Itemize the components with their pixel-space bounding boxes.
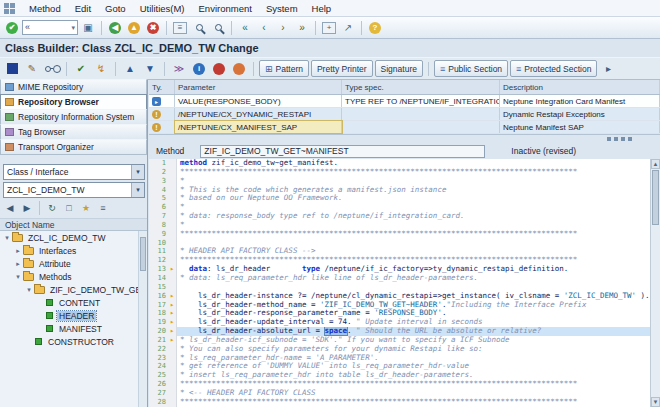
find-icon[interactable] [190,19,208,37]
expander-icon[interactable]: ▸ [14,260,22,268]
code-line[interactable]: 27* <-- HEADER API FACTORY CLASS [149,389,660,398]
button-pretty-printer[interactable]: Pretty Printer [311,60,373,77]
dropdown-arrow-icon[interactable]: ▾ [131,165,144,179]
command-field[interactable]: «▾ [22,20,78,35]
full-screen-icon[interactable]: □ [61,201,77,216]
scroll-up-icon[interactable]: ▲ [651,159,660,169]
navigate-down-icon[interactable]: ▼ [141,60,159,78]
tree-scrollbar[interactable] [138,231,147,407]
code-line[interactable]: 9***************************************… [149,230,660,239]
button-protected-section[interactable]: ≡Protected Section [510,60,597,77]
code-line[interactable]: 17▸ ls_dr_header-method_name = 'ZIF_IC_D… [149,301,660,310]
code-line[interactable]: 28**************************************… [149,398,660,407]
code-line[interactable]: 8* [149,221,660,230]
code-line[interactable]: 5* based on our Neptune OO Framework. [149,194,660,203]
editor-scrollbar-thumb[interactable] [652,170,659,225]
cancel-icon[interactable]: ✖ [144,19,162,37]
code-editor[interactable]: 1method zif_ic_demo_tw~get_manifest.2***… [149,159,660,407]
scroll-down-icon[interactable]: ▼ [651,397,660,407]
splitter-handle[interactable] [607,137,632,141]
menu-help[interactable]: Help [305,2,339,15]
navigate-forward-icon[interactable]: ▶ [19,201,35,216]
tree-item-manifest[interactable]: MANIFEST [0,322,138,335]
code-line[interactable]: 23* ls_req_parameter_hdr-name = 'A_PARAM… [149,354,660,363]
tree-item-header[interactable]: HEADER [0,309,138,322]
nav-repository-browser[interactable]: Repository Browser [0,94,147,110]
display-icon[interactable] [43,60,61,78]
syntax-check-icon[interactable]: ✔ [72,60,90,78]
param-row[interactable]: !/NEPTUNE/CX_MANIFEST_SAPNeptune Manifes… [149,121,660,134]
column-header-type-spec[interactable]: Type spec. [342,80,500,94]
code-line[interactable]: 20▸ ls_dr_header-absolute_url = space. "… [149,327,660,336]
code-line[interactable]: 15 [149,283,660,292]
last-page-icon[interactable]: » [293,19,311,37]
session-indicator[interactable] [3,60,21,78]
param-row[interactable]: !/NEPTUNE/CX_DYNAMIC_RESTAPIDynamic Rest… [149,108,660,121]
editor-scrollbar[interactable]: ▲ ▼ [650,159,660,407]
code-line[interactable]: 10 [149,239,660,248]
expander-icon[interactable]: ▸ [14,247,22,255]
help-icon[interactable]: ? [366,19,384,37]
exit-icon[interactable]: ▲ [125,19,143,37]
tree-item-content[interactable]: CONTENT [0,296,138,309]
watchpoint-icon[interactable] [230,60,248,78]
menu-method[interactable]: Method [22,2,68,15]
activate-icon[interactable]: ↯ [92,60,110,78]
object-name-input[interactable]: ZCL_IC_DEMO_TW ▾ [3,182,145,198]
column-header-ty[interactable]: Ty. [149,80,175,94]
display-change-icon[interactable]: ✎ [23,60,41,78]
breakpoint-icon[interactable] [210,60,228,78]
code-line[interactable]: 7* data: response_body type ref to /nept… [149,212,660,221]
code-line[interactable]: 1method zif_ic_demo_tw~get_manifest. [149,159,660,168]
back-icon[interactable]: ◀ [106,19,124,37]
tree-item-zcl-ic-demo-tw[interactable]: ▾ZCL_IC_DEMO_TW [0,231,138,244]
code-line[interactable]: 2***************************************… [149,168,660,177]
menu-utilities-m[interactable]: Utilities(M) [133,2,192,15]
expander-icon[interactable]: ▾ [25,286,33,294]
code-line[interactable]: 19▸ ls_dr_header-update_interval = 74. "… [149,318,660,327]
code-line[interactable]: 18▸ ls_dr_header-response_parameter_name… [149,309,660,318]
navigate-back-icon[interactable]: ◀ [2,201,18,216]
code-line[interactable]: 16▸ ls_dr_header-instance ?= /neptune/cl… [149,292,660,301]
param-row[interactable]: ▸VALUE(RESPONSE_BODY)TYPE REF TO /NEPTUN… [149,95,660,108]
enter-icon[interactable]: ✔ [3,19,21,37]
tree-item-zif-ic-demo-tw-get[interactable]: ▾ZIF_IC_DEMO_TW_GET [0,283,138,296]
expander-icon[interactable]: ▾ [3,234,11,242]
code-line[interactable]: 12**************************************… [149,256,660,265]
overflow-icon[interactable]: ▸ [599,60,617,78]
category-combo[interactable]: Class / Interface ▾ [3,164,145,180]
nav-transport-organizer[interactable]: Transport Organizer [0,139,147,155]
info-icon[interactable]: i [190,60,208,78]
navigate-up-icon[interactable]: ▲ [121,60,139,78]
menu-environment[interactable]: Environment [192,2,259,15]
code-line[interactable]: 25* insert ls_req_parameter_hdr into tab… [149,371,660,380]
tree-item-interfaces[interactable]: ▸Interfaces [0,244,138,257]
favorites-icon[interactable]: ★ [78,201,94,216]
settings-icon[interactable]: ≡ [95,201,111,216]
menu-system[interactable]: System [259,2,305,15]
dropdown-arrow-icon[interactable]: ▾ [131,183,144,197]
tree-item-constructor[interactable]: CONSTRUCTOR [0,335,138,348]
code-line[interactable]: 3* [149,177,660,186]
nav-repository-information-system[interactable]: Repository Information System [0,109,147,125]
tree-item-attribute[interactable]: ▸Attribute [0,257,138,270]
code-line[interactable]: 4* This is the code which generates a ma… [149,186,660,195]
refresh-icon[interactable]: ↻ [44,201,60,216]
button-signature[interactable]: Signature [375,60,423,77]
code-line[interactable]: 13▸ data: ls_dr_header type /neptune/if_… [149,265,660,274]
menu-edit[interactable]: Edit [68,2,98,15]
column-header-description[interactable]: Description [500,80,660,94]
nav-mime-repository[interactable]: MIME Repository [0,79,147,95]
tree-item-methods[interactable]: ▾Methods [0,270,138,283]
column-header-parameter[interactable]: Parameter [175,80,342,94]
nav-tag-browser[interactable]: Tag Browser [0,124,147,140]
first-page-icon[interactable]: « [236,19,254,37]
code-line[interactable]: 22* You can also specify parameters for … [149,345,660,354]
next-page-icon[interactable]: › [274,19,292,37]
sap-menu-icon[interactable] [4,3,15,14]
tree-scrollbar-thumb[interactable] [140,237,146,271]
expander-icon[interactable]: ▾ [14,273,22,281]
find-next-icon[interactable] [209,19,227,37]
tree-column-header[interactable]: Object Name [0,218,147,231]
print-icon[interactable]: ≡ [171,19,189,37]
